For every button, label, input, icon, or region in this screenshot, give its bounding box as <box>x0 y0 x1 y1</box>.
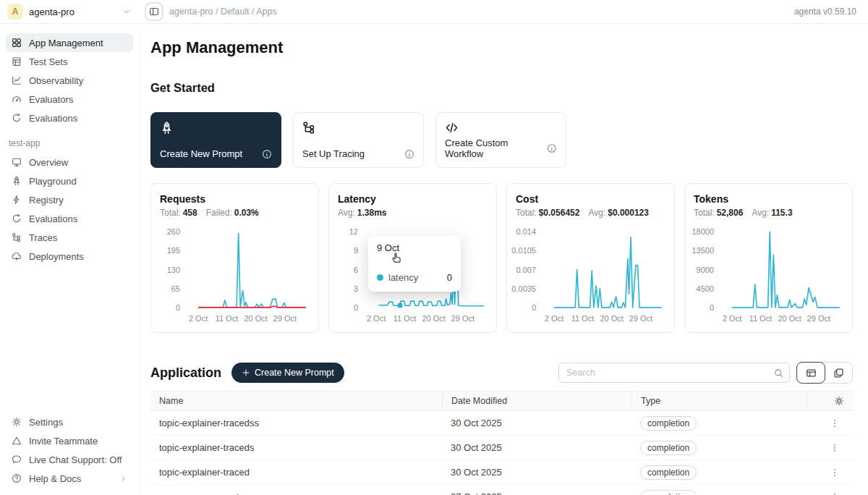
chart-x-axis: 2 Oct11 Oct20 Oct29 Oct <box>720 313 843 326</box>
app-type-badge: completion <box>640 441 697 455</box>
app-type-badge: completion <box>640 416 697 431</box>
y-axis-tick: 4500 <box>697 284 714 293</box>
sidebar-item-registry[interactable]: Registry <box>6 190 133 209</box>
chart-stat: Avg:115.3 <box>752 208 792 218</box>
code-icon <box>445 121 459 135</box>
x-axis-tick: 29 Oct <box>629 314 652 323</box>
chevron-right-icon <box>119 475 127 483</box>
chart-stat: Failed:0.03% <box>206 208 259 218</box>
table-view-icon <box>806 368 817 378</box>
sidebar-item-deployments[interactable]: Deployments <box>6 247 133 266</box>
chart-stats: Total:458Failed:0.03% <box>160 208 310 218</box>
chart-stats: Avg:1.38ms <box>338 208 488 218</box>
chart-plot-area[interactable] <box>542 228 665 309</box>
topbar: A agenta-pro agenta-pro / Default / Apps… <box>0 0 868 24</box>
sidebar-item-help-docs[interactable]: Help & Docs <box>6 469 133 488</box>
cycle-icon <box>12 213 22 224</box>
sidebar-item-evaluations[interactable]: Evaluations <box>6 209 133 228</box>
sidebar-item-app-management[interactable]: App Management <box>6 33 133 52</box>
chart-stats: Total:52,806Avg:115.3 <box>694 208 843 218</box>
column-header-date-modified[interactable]: Date Modified <box>442 392 631 410</box>
x-axis-tick: 20 Oct <box>422 314 445 323</box>
x-axis-tick: 11 Oct <box>216 314 239 323</box>
app-date-modified: 30 Oct 2025 <box>442 467 631 478</box>
sidebar-item-evaluations[interactable]: Evaluations <box>6 109 133 127</box>
chart-stat: Total:458 <box>160 208 197 218</box>
sidebar: App Management Test Sets Observability E… <box>0 24 140 495</box>
hover-point-dot <box>397 303 402 308</box>
tooltip-date: 9 Oct <box>377 242 452 253</box>
sidebar-item-settings[interactable]: Settings <box>6 412 133 431</box>
row-menu-icon[interactable] <box>830 467 840 478</box>
y-axis-tick: 9 <box>354 246 358 255</box>
sidebar-item-live-chat-support-off[interactable]: Live Chat Support: Off <box>6 450 133 469</box>
tooltip-series-dot <box>377 274 383 281</box>
set-up-tracing-card[interactable]: Set Up Tracing <box>293 112 424 168</box>
table-row[interactable]: career-assessment 27 Oct 2025 completion <box>150 485 853 495</box>
app-type-badge: completion <box>640 490 697 495</box>
applications-table: Name Date Modified Type topic-explainer-… <box>150 391 853 495</box>
workspace-avatar: A <box>7 4 23 20</box>
workspace-name: agenta-pro <box>29 7 116 17</box>
workspace-switcher[interactable]: A agenta-pro <box>0 0 140 23</box>
cursor-hand-icon <box>390 250 403 263</box>
column-header-type[interactable]: Type <box>631 392 807 410</box>
requests-line <box>198 233 306 307</box>
y-axis-tick: 0.007 <box>516 266 536 274</box>
chart-plot-area[interactable] <box>186 228 310 309</box>
create-custom-workflow-card[interactable]: Create Custom Workflow <box>435 112 566 168</box>
tokens-line <box>732 232 840 308</box>
search-box <box>558 363 790 383</box>
chart-title: Cost <box>516 193 665 205</box>
create-new-prompt-card[interactable]: Create New Prompt <box>150 112 281 168</box>
sidebar-item-invite-teammate[interactable]: Invite Teammate <box>6 431 133 450</box>
row-menu-icon[interactable] <box>830 442 840 454</box>
y-axis-tick: 130 <box>167 266 180 274</box>
chart-plot-area[interactable] <box>720 228 843 309</box>
info-icon[interactable] <box>262 149 272 159</box>
y-axis-tick: 0 <box>176 303 180 312</box>
tooltip-value: 0 <box>447 272 452 283</box>
card-view-button[interactable] <box>825 363 852 383</box>
tree-icon <box>302 121 316 135</box>
chart-title: Tokens <box>694 193 843 205</box>
info-icon[interactable] <box>547 143 557 153</box>
table-settings-gear-icon[interactable] <box>834 396 844 406</box>
y-axis-tick: 9000 <box>697 266 714 274</box>
create-new-prompt-button[interactable]: Create New Prompt <box>231 363 344 383</box>
table-row[interactable]: topic-explainer-traceds 30 Oct 2025 comp… <box>150 436 853 460</box>
sidebar-item-observability[interactable]: Observability <box>6 71 133 90</box>
search-icon <box>774 368 783 378</box>
chart-y-axis: 0450090001350018000 <box>694 228 720 309</box>
y-axis-tick: 3 <box>354 284 358 293</box>
cost-chart-card: Cost Total:$0.056452Avg:$0.000123 00.003… <box>506 183 675 333</box>
row-menu-icon[interactable] <box>830 491 840 495</box>
sidebar-item-playground[interactable]: Playground <box>6 172 133 190</box>
column-header-name[interactable]: Name <box>150 396 442 406</box>
metric-charts: Requests Total:458Failed:0.03% 065130195… <box>150 183 853 333</box>
app-date-modified: 30 Oct 2025 <box>442 418 631 428</box>
gauge-icon <box>12 94 22 104</box>
row-menu-icon[interactable] <box>830 418 840 429</box>
chart-title: Requests <box>160 193 310 205</box>
app-date-modified: 30 Oct 2025 <box>442 442 631 453</box>
search-input[interactable] <box>566 368 774 378</box>
sidebar-toggle-button[interactable] <box>145 2 163 21</box>
sidebar-item-overview[interactable]: Overview <box>6 153 133 172</box>
sidebar-item-traces[interactable]: Traces <box>6 228 133 247</box>
table-view-button[interactable] <box>796 362 825 384</box>
chart-y-axis: 00.00350.0070.01050.014 <box>516 228 542 309</box>
y-axis-tick: 6 <box>354 266 358 274</box>
sidebar-item-test-sets[interactable]: Test Sets <box>6 52 133 71</box>
table-row[interactable]: topic-explainer-traced 30 Oct 2025 compl… <box>150 460 853 485</box>
table-row[interactable]: topic-explainer-tracedss 30 Oct 2025 com… <box>150 411 853 436</box>
sidebar-item-evaluators[interactable]: Evaluators <box>6 90 133 109</box>
rocket-icon <box>12 176 22 186</box>
app-section-label: test-app <box>9 138 130 148</box>
gear-icon <box>12 417 22 427</box>
info-icon[interactable] <box>404 149 414 159</box>
x-axis-tick: 29 Oct <box>807 314 830 323</box>
y-axis-tick: 260 <box>167 227 180 236</box>
y-axis-tick: 195 <box>167 246 180 255</box>
latency-chart-card: Latency Avg:1.38ms 036912 2 Oct11 Oct20 … <box>328 183 497 333</box>
